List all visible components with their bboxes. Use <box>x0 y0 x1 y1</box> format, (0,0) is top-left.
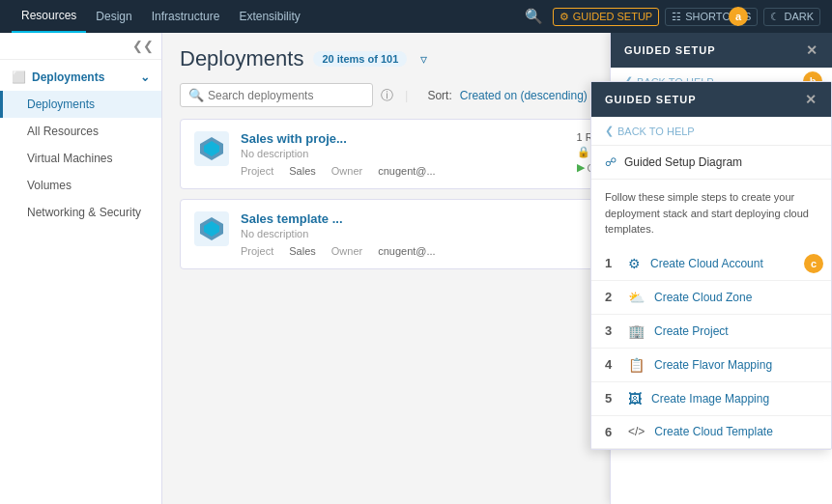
nav-design[interactable]: Design <box>86 0 141 33</box>
main-content: Deployments 20 items of 101 ▿ 🔍 ⓘ | Sort… <box>162 33 832 504</box>
nav-infrastructure[interactable]: Infrastructure <box>142 0 230 33</box>
step-icon-2: ⛅ <box>628 290 645 305</box>
card-desc-0: No description <box>241 148 565 159</box>
main-layout: ❮❮ ⬜ Deployments ⌄ Deployments All Resou… <box>0 33 832 504</box>
card-owner-0: cnugent@... <box>378 165 435 177</box>
page-title: Deployments <box>180 46 303 71</box>
sidebar-item-volumes[interactable]: Volumes <box>0 172 161 199</box>
status-dot-0: ▶ <box>577 161 585 174</box>
card-desc-1: No description <box>241 228 614 239</box>
guided-diagram-row[interactable]: ☍ Guided Setup Diagram <box>591 146 831 180</box>
guided-step-3[interactable]: 3 🏢 Create Project <box>591 315 831 349</box>
step-label-2: Create Cloud Zone <box>654 291 752 304</box>
sidebar-collapse-area: ❮❮ <box>0 33 161 60</box>
search-box[interactable]: 🔍 <box>180 83 373 107</box>
sidebar-item-all-resources[interactable]: All Resources <box>0 118 161 145</box>
step-label-4: Create Flavor Mapping <box>654 358 772 372</box>
step-label-5: Create Image Mapping <box>651 392 769 406</box>
guided-step-4[interactable]: 4 📋 Create Flavor Mapping <box>591 349 831 382</box>
sort-label: Sort: <box>427 89 451 102</box>
step-icon-4: 📋 <box>628 357 645 373</box>
card-meta-1: Project Sales Owner cnugent@... <box>241 245 614 257</box>
step-label-6: Create Cloud Template <box>654 425 773 438</box>
guided-step-5[interactable]: 5 🖼 Create Image Mapping <box>591 382 831 416</box>
search-icon[interactable]: 🔍 <box>525 8 543 25</box>
sidebar-group-header[interactable]: ⬜ Deployments ⌄ <box>0 64 161 91</box>
close-back-panel-button[interactable]: ✕ <box>806 42 818 58</box>
step-icon-6: </> <box>628 425 645 438</box>
guided-panel-back-header: GUIDED SETUP ✕ <box>611 33 832 68</box>
guided-panel-front-header: GUIDED SETUP ✕ <box>591 82 831 117</box>
sidebar-item-deployments[interactable]: Deployments <box>0 91 161 118</box>
collapse-button[interactable]: ❮❮ <box>132 39 154 53</box>
dark-mode-button[interactable]: ☾ DARK <box>763 8 820 26</box>
search-icon: 🔍 <box>188 88 204 102</box>
card-name-0: Sales with proje... <box>241 131 565 146</box>
sidebar-item-networking[interactable]: Networking & Security <box>0 199 161 226</box>
step-icon-5: 🖼 <box>628 391 642 406</box>
guided-step-6[interactable]: 6 </> Create Cloud Template <box>591 416 831 449</box>
step-num-3: 3 <box>605 323 618 338</box>
guided-step-2[interactable]: 2 ⛅ Create Cloud Zone <box>591 281 831 315</box>
deployments-group-icon: ⬜ <box>12 70 26 84</box>
sidebar: ❮❮ ⬜ Deployments ⌄ Deployments All Resou… <box>0 33 162 504</box>
nav-right-group: ⚙ GUIDED SETUP ☷ SHORTCUTS ☾ DARK <box>553 8 820 26</box>
step-num-6: 6 <box>605 425 618 439</box>
sort-value[interactable]: Created on (descending) <box>460 89 588 102</box>
badge-c: c <box>804 254 823 273</box>
badge-a: a <box>729 7 748 26</box>
search-input[interactable] <box>208 89 364 102</box>
step-icon-1: ⚙ <box>628 256 641 271</box>
sidebar-item-virtual-machines[interactable]: Virtual Machines <box>0 145 161 172</box>
step-num-1: 1 <box>605 256 618 270</box>
step-label-1: Create Cloud Account <box>650 257 763 270</box>
step-num-2: 2 <box>605 290 618 304</box>
card-project-0: Sales <box>289 165 316 177</box>
info-icon[interactable]: ⓘ <box>381 87 393 104</box>
step-icon-3: 🏢 <box>628 323 645 339</box>
filter-icon[interactable]: ▿ <box>420 51 427 67</box>
card-meta-0: Project Sales Owner cnugent@... <box>241 165 565 177</box>
top-navigation: Resources Design Infrastructure Extensib… <box>0 0 832 33</box>
diagram-icon: ☍ <box>605 155 617 169</box>
card-info-1: Sales template ... No description Projec… <box>241 211 614 257</box>
close-front-panel-button[interactable]: ✕ <box>805 92 818 107</box>
step-num-5: 5 <box>605 391 618 406</box>
card-icon-1 <box>194 211 229 249</box>
item-count-badge: 20 items of 101 <box>313 51 407 67</box>
guided-panel-front: GUIDED SETUP ✕ ❮ BACK TO HELP ☍ Guided S… <box>590 81 832 450</box>
nav-extensibility[interactable]: Extensibility <box>229 0 309 33</box>
card-project-1: Sales <box>289 245 316 257</box>
card-owner-1: cnugent@... <box>378 245 435 257</box>
back-to-help-link-front[interactable]: ❮ BACK TO HELP <box>591 117 831 146</box>
nav-resources[interactable]: Resources <box>12 0 86 33</box>
guided-setup-button[interactable]: ⚙ GUIDED SETUP <box>553 8 660 26</box>
guided-intro-text: Follow these simple steps to create your… <box>591 180 831 247</box>
step-label-3: Create Project <box>654 324 729 338</box>
step-num-4: 4 <box>605 357 618 372</box>
chevron-down-icon: ⌄ <box>140 70 150 84</box>
guided-step-1[interactable]: 1 ⚙ Create Cloud Account c <box>591 247 831 281</box>
card-icon-0 <box>194 131 229 169</box>
card-name-1: Sales template ... <box>241 211 614 226</box>
sidebar-group-deployments: ⬜ Deployments ⌄ Deployments All Resource… <box>0 60 161 230</box>
card-info-0: Sales with proje... No description Proje… <box>241 131 565 177</box>
